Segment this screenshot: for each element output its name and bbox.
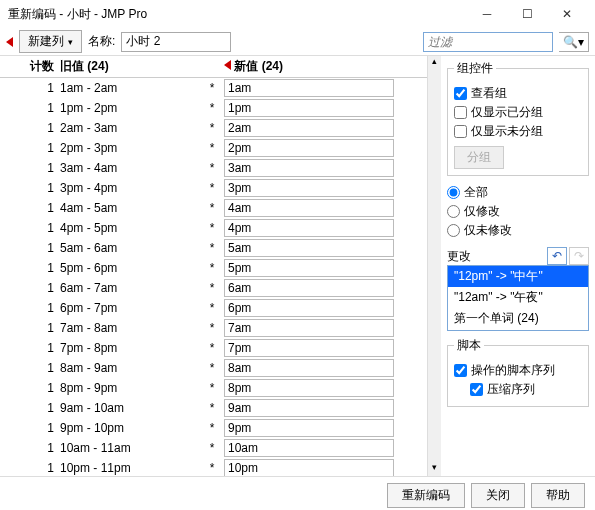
group-button[interactable]: 分组 bbox=[454, 146, 504, 169]
red-triangle-icon[interactable] bbox=[224, 60, 231, 70]
filter-input[interactable] bbox=[423, 32, 553, 52]
table-row[interactable]: 14am - 5am* bbox=[0, 198, 427, 218]
help-button[interactable]: 帮助 bbox=[531, 483, 585, 508]
only-grouped-checkbox[interactable]: 仅显示已分组 bbox=[454, 104, 582, 121]
table-row[interactable]: 17am - 8am* bbox=[0, 318, 427, 338]
new-value-input[interactable] bbox=[224, 219, 394, 237]
minimize-button[interactable]: ─ bbox=[467, 0, 507, 28]
close-button[interactable]: ✕ bbox=[547, 0, 587, 28]
old-value-cell: 4am - 5am bbox=[60, 201, 200, 215]
new-value-input[interactable] bbox=[224, 239, 394, 257]
old-value-cell: 6am - 7am bbox=[60, 281, 200, 295]
new-value-input[interactable] bbox=[224, 179, 394, 197]
modified-star: * bbox=[200, 141, 224, 155]
search-icon[interactable]: 🔍▾ bbox=[559, 32, 589, 52]
old-value-cell: 1pm - 2pm bbox=[60, 101, 200, 115]
count-cell: 1 bbox=[0, 421, 60, 435]
radio-all[interactable]: 全部 bbox=[447, 184, 589, 201]
new-value-input[interactable] bbox=[224, 159, 394, 177]
header-old[interactable]: 旧值 (24) bbox=[60, 58, 200, 75]
new-value-input[interactable] bbox=[224, 359, 394, 377]
count-cell: 1 bbox=[0, 141, 60, 155]
redo-button[interactable]: ↷ bbox=[569, 247, 589, 265]
modified-star: * bbox=[200, 261, 224, 275]
maximize-button[interactable]: ☐ bbox=[507, 0, 547, 28]
toolbar: 新建列▾ 名称: 🔍▾ bbox=[0, 28, 595, 56]
old-value-cell: 9pm - 10pm bbox=[60, 421, 200, 435]
new-value-input[interactable] bbox=[224, 79, 394, 97]
old-value-cell: 5pm - 6pm bbox=[60, 261, 200, 275]
table-row[interactable]: 11am - 2am* bbox=[0, 78, 427, 98]
table-row[interactable]: 14pm - 5pm* bbox=[0, 218, 427, 238]
count-cell: 1 bbox=[0, 441, 60, 455]
new-value-input[interactable] bbox=[224, 199, 394, 217]
new-value-input[interactable] bbox=[224, 439, 394, 457]
chevron-down-icon: ▾ bbox=[68, 37, 73, 47]
vertical-scrollbar[interactable]: ▴ ▾ bbox=[427, 56, 441, 476]
table-row[interactable]: 13am - 4am* bbox=[0, 158, 427, 178]
table-row[interactable]: 17pm - 8pm* bbox=[0, 338, 427, 358]
old-value-cell: 3pm - 4pm bbox=[60, 181, 200, 195]
table-row[interactable]: 12am - 3am* bbox=[0, 118, 427, 138]
modified-star: * bbox=[200, 421, 224, 435]
view-groups-checkbox[interactable]: 查看组 bbox=[454, 85, 582, 102]
name-input[interactable] bbox=[121, 32, 231, 52]
table-row[interactable]: 15pm - 6pm* bbox=[0, 258, 427, 278]
change-item[interactable]: "12am" -> "午夜" bbox=[448, 287, 588, 308]
changes-list[interactable]: "12pm" -> "中午""12am" -> "午夜"第一个单词 (24) bbox=[447, 265, 589, 331]
table-row[interactable]: 18am - 9am* bbox=[0, 358, 427, 378]
old-value-cell: 7am - 8am bbox=[60, 321, 200, 335]
table-row[interactable]: 18pm - 9pm* bbox=[0, 378, 427, 398]
table-row[interactable]: 15am - 6am* bbox=[0, 238, 427, 258]
header-new[interactable]: 新值 (24) bbox=[224, 58, 404, 75]
modified-star: * bbox=[200, 181, 224, 195]
compress-sequence-checkbox[interactable]: 压缩序列 bbox=[470, 381, 582, 398]
old-value-cell: 8pm - 9pm bbox=[60, 381, 200, 395]
change-item[interactable]: "12pm" -> "中午" bbox=[448, 266, 588, 287]
new-value-input[interactable] bbox=[224, 379, 394, 397]
count-cell: 1 bbox=[0, 161, 60, 175]
header-count[interactable]: 计数 bbox=[0, 58, 60, 75]
radio-only-modified[interactable]: 仅修改 bbox=[447, 203, 589, 220]
op-script-sequence-checkbox[interactable]: 操作的脚本序列 bbox=[454, 362, 582, 379]
count-cell: 1 bbox=[0, 101, 60, 115]
table-row[interactable]: 19am - 10am* bbox=[0, 398, 427, 418]
modified-star: * bbox=[200, 241, 224, 255]
script-legend: 脚本 bbox=[454, 337, 484, 354]
new-column-button[interactable]: 新建列▾ bbox=[19, 30, 82, 53]
new-value-input[interactable] bbox=[224, 279, 394, 297]
group-controls: 组控件 查看组 仅显示已分组 仅显示未分组 分组 bbox=[447, 60, 589, 176]
table-row[interactable]: 11pm - 2pm* bbox=[0, 98, 427, 118]
new-value-input[interactable] bbox=[224, 259, 394, 277]
new-value-input[interactable] bbox=[224, 99, 394, 117]
table-row[interactable]: 12pm - 3pm* bbox=[0, 138, 427, 158]
change-item[interactable]: 第一个单词 (24) bbox=[448, 308, 588, 329]
count-cell: 1 bbox=[0, 381, 60, 395]
table-row[interactable]: 16pm - 7pm* bbox=[0, 298, 427, 318]
window-buttons: ─ ☐ ✕ bbox=[467, 0, 587, 28]
red-triangle-icon[interactable] bbox=[6, 37, 13, 47]
new-value-input[interactable] bbox=[224, 339, 394, 357]
scroll-up-icon[interactable]: ▴ bbox=[432, 56, 437, 70]
table-row[interactable]: 110am - 11am* bbox=[0, 438, 427, 458]
new-value-input[interactable] bbox=[224, 119, 394, 137]
old-value-cell: 4pm - 5pm bbox=[60, 221, 200, 235]
recode-button[interactable]: 重新编码 bbox=[387, 483, 465, 508]
new-value-input[interactable] bbox=[224, 319, 394, 337]
table-row[interactable]: 16am - 7am* bbox=[0, 278, 427, 298]
scroll-down-icon[interactable]: ▾ bbox=[432, 462, 437, 476]
new-value-input[interactable] bbox=[224, 419, 394, 437]
new-value-input[interactable] bbox=[224, 139, 394, 157]
radio-only-unmodified[interactable]: 仅未修改 bbox=[447, 222, 589, 239]
new-value-input[interactable] bbox=[224, 399, 394, 417]
table-row[interactable]: 110pm - 11pm* bbox=[0, 458, 427, 476]
close-dialog-button[interactable]: 关闭 bbox=[471, 483, 525, 508]
table-row[interactable]: 13pm - 4pm* bbox=[0, 178, 427, 198]
filter-radios: 全部 仅修改 仅未修改 bbox=[447, 182, 589, 241]
undo-button[interactable]: ↶ bbox=[547, 247, 567, 265]
new-value-input[interactable] bbox=[224, 459, 394, 476]
table-row[interactable]: 19pm - 10pm* bbox=[0, 418, 427, 438]
new-value-input[interactable] bbox=[224, 299, 394, 317]
count-cell: 1 bbox=[0, 461, 60, 475]
only-ungrouped-checkbox[interactable]: 仅显示未分组 bbox=[454, 123, 582, 140]
